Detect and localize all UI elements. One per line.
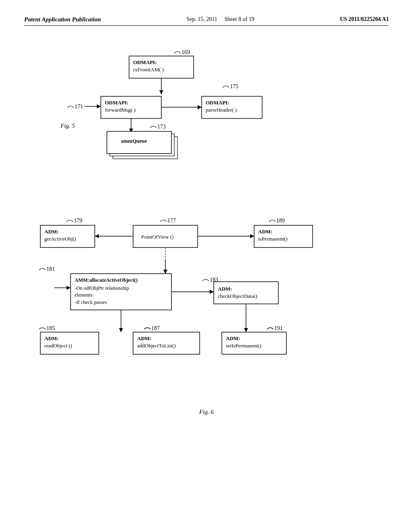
svg-marker-16	[67, 286, 71, 290]
svg-marker-9	[95, 234, 99, 238]
box-odmapi-fwd-line2: forwardMsg( )	[105, 107, 136, 113]
box-adm-getactive-line2: getActiveObj()	[44, 236, 76, 242]
svg-marker-20	[119, 328, 123, 332]
figure-6-diagram: 179 177 189 ADM: getActiveObj() PointOfV…	[24, 211, 387, 413]
box-adm-checkobj-line1: ADM:	[218, 286, 232, 292]
box-odmapi-rx-line1: ODMAPI:	[133, 59, 157, 65]
sheet-number: Sheet 8 of 19	[224, 16, 254, 22]
ref-181: 181	[46, 266, 55, 272]
page: Patent Application Publication Sep. 15, …	[0, 0, 413, 532]
ref-169: 169	[181, 49, 190, 55]
fig6-label: Fig. 6	[24, 409, 389, 416]
box-amm-alloc-line3: elements	[75, 292, 93, 298]
svg-marker-22	[244, 328, 248, 332]
svg-marker-14	[163, 270, 167, 274]
box-odmapi-fwd-line1: ODMAPI:	[105, 100, 129, 106]
ref-179: 179	[74, 218, 82, 224]
box-adm-ispermanent-line2: isPermanent()	[258, 236, 288, 242]
ref-189: 189	[276, 218, 285, 224]
patent-number: US 2011/0225204 A1	[340, 16, 389, 23]
ref-185: 185	[46, 325, 55, 331]
ref-187: 187	[151, 325, 160, 331]
publication-date: Sep. 15, 2011	[186, 16, 217, 22]
box-adm-addobj-line1: ADM:	[137, 335, 151, 341]
figure-6-section: 179 177 189 ADM: getActiveObj() PointOfV…	[24, 211, 389, 416]
svg-marker-1	[159, 90, 163, 94]
box-adm-setperm-line1: ADM:	[226, 335, 240, 341]
box-amm-alloc-line2: -On odfObjPtr relationship	[75, 285, 129, 291]
box-adm-getactive-line1: ADM:	[44, 229, 58, 235]
box-amm-alloc-line1: AMM:allocateActiveObject()	[75, 277, 138, 283]
box-adm-readobj-line2: readObject ()	[44, 343, 72, 349]
box-odmapi-parse-line2: parseHeader( )	[206, 107, 237, 113]
box-amm-alloc-line4: -If check passes	[75, 299, 107, 305]
box-adm-readobj-line1: ADM:	[44, 335, 58, 341]
svg-marker-11	[250, 234, 254, 238]
ref-177: 177	[167, 218, 176, 224]
figure-5-section: 169 ODMAPI: rxFromIAM( ) 175 171 ODMAPI:…	[24, 42, 389, 187]
figure-5-diagram: 169 ODMAPI: rxFromIAM( ) 175 171 ODMAPI:…	[24, 42, 307, 187]
ref-171: 171	[75, 104, 83, 110]
ref-191: 191	[274, 325, 283, 331]
box-ammqueue-label: ammQueue	[121, 138, 147, 144]
ref-175: 175	[230, 83, 238, 89]
box-adm-checkobj-line2: checkObjectData()	[218, 293, 257, 299]
ref-173: 173	[157, 124, 166, 130]
publication-title: Patent Application Publication	[24, 16, 101, 23]
page-header: Patent Application Publication Sep. 15, …	[24, 16, 389, 26]
fig5-label: Fig. 5	[60, 123, 75, 129]
box-adm-setperm-line2: setIsPermanent()	[226, 343, 261, 349]
svg-marker-5	[198, 105, 202, 109]
box-odmapi-rx-line2: rxFromIAM( )	[133, 66, 164, 73]
box-odmapi-parse-line1: ODMAPI:	[206, 100, 229, 106]
box-adm-addobj-line2: addObjectToList()	[137, 343, 176, 349]
svg-marker-3	[97, 104, 101, 108]
box-adm-ispermanent-line1: ADM:	[258, 229, 272, 235]
date-sheet: Sep. 15, 2011 Sheet 8 of 19	[186, 16, 254, 23]
box-pointofview-label: PointOfView ()	[141, 234, 173, 240]
svg-marker-18	[210, 290, 214, 294]
